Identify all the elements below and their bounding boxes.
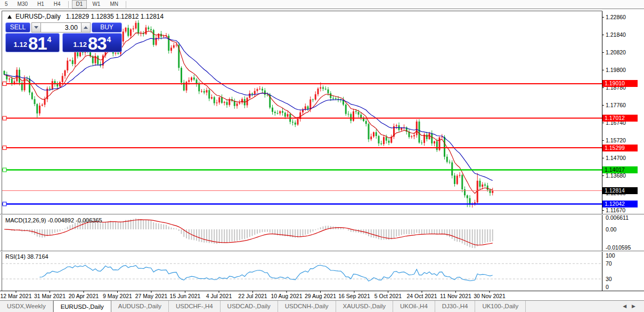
macd-tick-label: -0.010595 <box>606 245 631 251</box>
symbol-tab-dj30-[interactable]: DJ30-,H4 <box>435 301 476 312</box>
candle <box>62 76 63 82</box>
candle <box>487 186 488 190</box>
one-click-trading-panel: SELL BUY 1.12 81 4 1.12 83 <box>5 22 122 52</box>
candle <box>277 113 279 114</box>
candle <box>267 95 268 95</box>
candle <box>401 128 402 130</box>
candle <box>461 175 463 189</box>
candle <box>350 114 352 121</box>
candle <box>383 137 385 144</box>
buy-price-display[interactable]: 1.12 83 4 <box>62 33 122 52</box>
sell-button[interactable]: SELL <box>5 22 30 33</box>
candle <box>484 185 486 186</box>
volume-decrease-button[interactable] <box>31 22 41 33</box>
candle <box>264 91 266 95</box>
candle <box>117 53 119 54</box>
candle <box>317 89 319 94</box>
candle <box>274 112 276 113</box>
candle <box>137 23 139 34</box>
candle <box>459 175 461 175</box>
candle <box>423 134 425 143</box>
candle <box>188 80 190 82</box>
candle <box>186 82 188 90</box>
candle <box>201 91 202 92</box>
timeframe-button-w1[interactable]: W1 <box>88 0 104 9</box>
symbol-tab-uk100-[interactable]: UK100-,Daily <box>475 301 526 312</box>
candle <box>75 52 76 64</box>
volume-input[interactable] <box>41 22 81 33</box>
timeframe-button-d1[interactable]: D1 <box>72 0 87 9</box>
candle <box>305 106 306 109</box>
price-level-badge: 1.14017 <box>602 166 638 173</box>
chart-window: EURUSD-,Daily 1.12829 1.12835 1.12812 1.… <box>0 9 644 300</box>
date-tick-label: 24 Oct 2021 <box>406 293 437 299</box>
sell-price-big-digits: 81 <box>28 36 47 51</box>
candle <box>198 84 200 92</box>
candle <box>492 190 493 193</box>
candle <box>218 98 220 103</box>
price-tick-label: 1.20820 <box>606 50 626 55</box>
symbol-tab-ukoil-[interactable]: UKOil-,H4 <box>393 301 435 312</box>
candle <box>431 133 433 143</box>
line-anchor[interactable] <box>3 146 6 150</box>
candle <box>145 27 147 34</box>
candle <box>482 185 483 187</box>
date-tick-label: 29 Aug 2021 <box>305 293 336 299</box>
timeframe-button-mn[interactable]: MN <box>105 0 123 9</box>
sell-price-display[interactable]: 1.12 81 4 <box>5 33 60 52</box>
timeframe-button-h4[interactable]: H4 <box>50 0 65 9</box>
candle <box>208 90 210 99</box>
symbol-tab-usdcad-[interactable]: USDCAD-,Daily <box>221 301 278 312</box>
line-anchor[interactable] <box>3 82 6 85</box>
candle <box>411 137 412 137</box>
symbol-tab-usdchf-[interactable]: USDCHF-,H4 <box>169 301 221 312</box>
candle <box>9 79 10 79</box>
candle <box>214 97 215 103</box>
candle <box>370 137 372 139</box>
candle <box>380 143 382 144</box>
candle <box>241 99 243 102</box>
candle <box>419 122 420 142</box>
symbol-tab-usdcnh-[interactable]: USDCNH-,Daily <box>278 301 336 312</box>
candle <box>320 87 321 89</box>
line-anchor[interactable] <box>3 202 6 206</box>
candle <box>368 124 370 139</box>
timeframe-button-m30[interactable]: M30 <box>13 0 32 9</box>
rsi-tick-label: 70 <box>606 261 612 267</box>
candle <box>56 84 58 87</box>
volume-increase-button[interactable] <box>81 22 91 33</box>
date-tick-label: 11 Nov 2021 <box>440 293 471 299</box>
candle <box>355 111 357 112</box>
symbol-tab-usdx[interactable]: USDX,Weekly <box>0 301 53 312</box>
date-tick-label: 27 May 2021 <box>135 293 168 299</box>
tabs-scroll-left-icon[interactable]: ◀ <box>623 303 632 309</box>
candle <box>127 28 129 36</box>
buy-button[interactable]: BUY <box>92 22 122 33</box>
candle <box>353 111 354 121</box>
symbol-tab-audusd-[interactable]: AUDUSD-,Daily <box>111 301 169 312</box>
line-anchor[interactable] <box>3 168 6 172</box>
collapse-arrow-icon[interactable] <box>7 15 12 19</box>
candle <box>42 105 43 106</box>
timeframe-button-5[interactable]: 5 <box>1 0 12 9</box>
macd-tick-label: 0.00 <box>606 227 616 233</box>
candle <box>224 102 225 103</box>
buy-price-prefix: 1.12 <box>74 41 87 49</box>
candle <box>490 190 491 193</box>
candle <box>251 93 253 94</box>
price-level-badge: 1.19010 <box>602 80 638 87</box>
line-anchor[interactable] <box>3 116 6 120</box>
chart-ohlc-values: 1.12829 1.12835 1.12812 1.12814 <box>66 13 164 20</box>
macd-indicator-label: MACD(12,26,9) -0.004892 -0.006365 <box>5 217 102 223</box>
candle <box>31 92 33 99</box>
candle <box>365 121 367 124</box>
chart-symbol-label: EURUSD-,Daily <box>15 13 61 20</box>
timeframe-button-h1[interactable]: H1 <box>33 0 48 9</box>
tabs-scroll-right-icon[interactable]: ▶ <box>632 303 641 309</box>
price-tick-label: 1.15720 <box>606 138 626 143</box>
date-tick-label: 16 Sep 2021 <box>338 293 370 299</box>
symbol-tab-eurusd-[interactable]: EURUSD-,Daily <box>53 300 111 312</box>
candle <box>29 78 30 92</box>
candle <box>170 47 172 51</box>
symbol-tab-xauusd-[interactable]: XAUUSD-,Daily <box>336 301 394 312</box>
